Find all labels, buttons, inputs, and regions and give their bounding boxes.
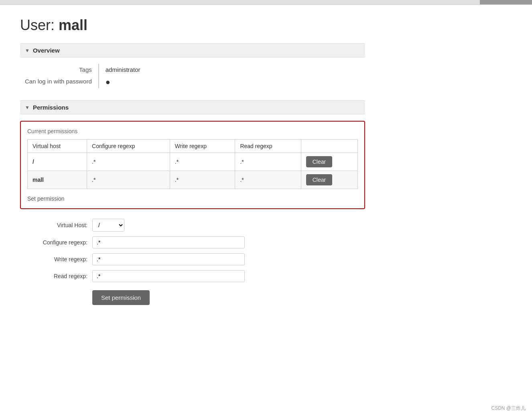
action-cell-1: Clear [301,153,357,171]
read-regexp-input[interactable] [92,270,245,282]
read-cell-2: .* [235,171,301,189]
set-permission-link[interactable]: Set permission [27,195,358,202]
read-regexp-label: Read regexp: [20,273,92,279]
virtual-host-select[interactable]: / mall [92,219,124,232]
write-regexp-label: Write regexp: [20,256,92,262]
top-bar [0,0,532,5]
page-content: User: mall ▼ Overview Tags administrator… [0,5,385,325]
vhost-cell-1: / [28,153,87,171]
set-permission-form: Virtual Host: / mall Configure regexp: W… [20,219,365,305]
configure-cell-2: .* [87,171,170,189]
col-read: Read regexp [235,140,301,153]
page-title-prefix: User: [20,17,59,33]
vhost-bold-2: mall [32,177,44,183]
overview-arrow-icon: ▼ [25,48,30,53]
virtual-host-row: Virtual Host: / mall [20,219,365,232]
overview-section-title: Overview [33,47,60,54]
clear-button-1[interactable]: Clear [306,156,332,167]
page-title-name: mall [59,17,87,33]
write-cell-2: .* [170,171,235,189]
write-regexp-input[interactable] [92,253,245,265]
configure-regexp-label: Configure regexp: [20,239,92,246]
clear-button-2[interactable]: Clear [306,174,332,185]
password-value: ● [99,75,145,88]
configure-cell-1: .* [87,153,170,171]
overview-row-password: Can log in with password ● [20,75,145,88]
col-vhost: Virtual host [28,140,87,153]
virtual-host-label: Virtual Host: [20,222,92,228]
permissions-section-header: ▼ Permissions [20,100,365,114]
table-row: / .* .* .* Clear [28,153,358,171]
col-configure: Configure regexp [87,140,170,153]
permissions-box-label: Current permissions [27,128,358,134]
col-action [301,140,357,153]
table-row: mall .* .* .* Clear [28,171,358,189]
set-permission-button[interactable]: Set permission [92,290,150,305]
tags-label: Tags [20,64,99,75]
tags-value: administrator [99,64,145,75]
permissions-table: Virtual host Configure regexp Write rege… [27,139,358,189]
password-label: Can log in with password [20,75,99,88]
vhost-cell-2: mall [28,171,87,189]
overview-table: Tags administrator Can log in with passw… [20,64,145,88]
configure-regexp-row: Configure regexp: [20,236,365,248]
read-regexp-row: Read regexp: [20,270,365,282]
col-write: Write regexp [170,140,235,153]
permissions-table-header-row: Virtual host Configure regexp Write rege… [28,140,358,153]
action-cell-2: Clear [301,171,357,189]
permissions-box: Current permissions Virtual host Configu… [20,121,365,209]
overview-row-tags: Tags administrator [20,64,145,75]
permissions-section-title: Permissions [33,104,69,111]
top-bar-right-block [480,0,532,4]
read-cell-1: .* [235,153,301,171]
write-regexp-row: Write regexp: [20,253,365,265]
write-cell-1: .* [170,153,235,171]
overview-section-header: ▼ Overview [20,43,365,57]
configure-regexp-input[interactable] [92,236,245,248]
permissions-arrow-icon: ▼ [25,105,30,110]
page-title: User: mall [20,17,365,34]
